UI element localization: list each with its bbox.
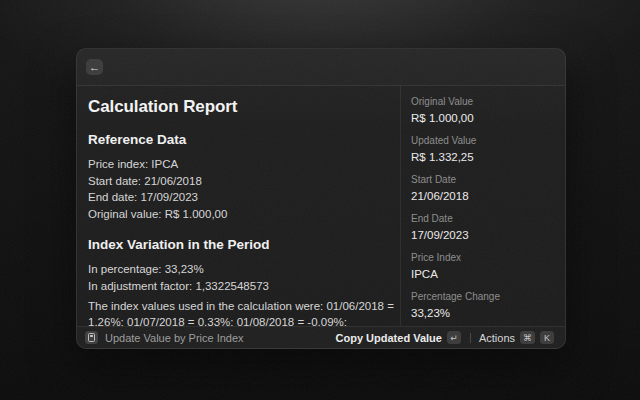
metadata-item-start-date: Start Date 21/06/2018 bbox=[411, 175, 557, 202]
metadata-label: End Date bbox=[411, 214, 557, 224]
footer-divider bbox=[470, 333, 471, 343]
metadata-panel: Original Value R$ 1.000,00 Updated Value… bbox=[401, 86, 565, 326]
page-title: Calculation Report bbox=[88, 97, 397, 117]
k-key-icon: K bbox=[540, 331, 554, 344]
section-heading-reference-data: Reference Data bbox=[88, 132, 397, 148]
metadata-value: 21/06/2018 bbox=[411, 190, 557, 202]
metadata-value: R$ 1.000,00 bbox=[411, 112, 557, 124]
metadata-item-percentage-change: Percentage Change 33,23% bbox=[411, 292, 557, 319]
report-line-adjustment-factor: In adjustment factor: 1,3322548573 bbox=[88, 278, 397, 295]
calculator-icon bbox=[88, 333, 95, 342]
window-header: ← bbox=[77, 49, 565, 86]
action-bar: Update Value by Price Index Copy Updated… bbox=[77, 326, 565, 348]
window-body: Calculation Report Reference Data Price … bbox=[77, 86, 565, 326]
metadata-label: Original Value bbox=[411, 97, 557, 107]
metadata-value: 17/09/2023 bbox=[411, 229, 557, 241]
metadata-item-end-date: End Date 17/09/2023 bbox=[411, 214, 557, 241]
metadata-value: IPCA bbox=[411, 268, 557, 280]
calculator-extension-icon bbox=[85, 331, 98, 344]
copy-updated-value-button[interactable]: Copy Updated Value bbox=[336, 332, 442, 344]
metadata-value: R$ 1.332,25 bbox=[411, 151, 557, 163]
calculation-report-window: ← Calculation Report Reference Data Pric… bbox=[76, 48, 566, 349]
metadata-label: Updated Value bbox=[411, 136, 557, 146]
enter-key-icon: ↵ bbox=[447, 331, 461, 344]
command-name: Update Value by Price Index bbox=[105, 332, 244, 344]
back-button[interactable]: ← bbox=[86, 59, 103, 75]
command-key-icon: ⌘ bbox=[520, 331, 535, 344]
report-line-percentage: In percentage: 33,23% bbox=[88, 261, 397, 278]
metadata-label: Price Index bbox=[411, 253, 557, 263]
report-line-price-index: Price index: IPCA bbox=[88, 156, 397, 173]
metadata-item-original-value: Original Value R$ 1.000,00 bbox=[411, 97, 557, 124]
desktop-background: ← Calculation Report Reference Data Pric… bbox=[0, 0, 640, 400]
metadata-label: Percentage Change bbox=[411, 292, 557, 302]
report-line-end-date: End date: 17/09/2023 bbox=[88, 189, 397, 206]
metadata-label: Start Date bbox=[411, 175, 557, 185]
index-values-paragraph: The index values used in the calculation… bbox=[88, 298, 397, 326]
report-line-original-value: Original value: R$ 1.000,00 bbox=[88, 206, 397, 223]
metadata-value: 33,23% bbox=[411, 307, 557, 319]
report-line-start-date: Start date: 21/06/2018 bbox=[88, 173, 397, 190]
action-bar-right: Copy Updated Value ↵ Actions ⌘ K bbox=[336, 331, 554, 344]
report-content: Calculation Report Reference Data Price … bbox=[77, 86, 400, 326]
metadata-item-updated-value: Updated Value R$ 1.332,25 bbox=[411, 136, 557, 163]
metadata-item-price-index: Price Index IPCA bbox=[411, 253, 557, 280]
section-heading-index-variation: Index Variation in the Period bbox=[88, 237, 397, 253]
actions-menu-button[interactable]: Actions bbox=[479, 332, 515, 344]
back-arrow-icon: ← bbox=[89, 61, 100, 73]
